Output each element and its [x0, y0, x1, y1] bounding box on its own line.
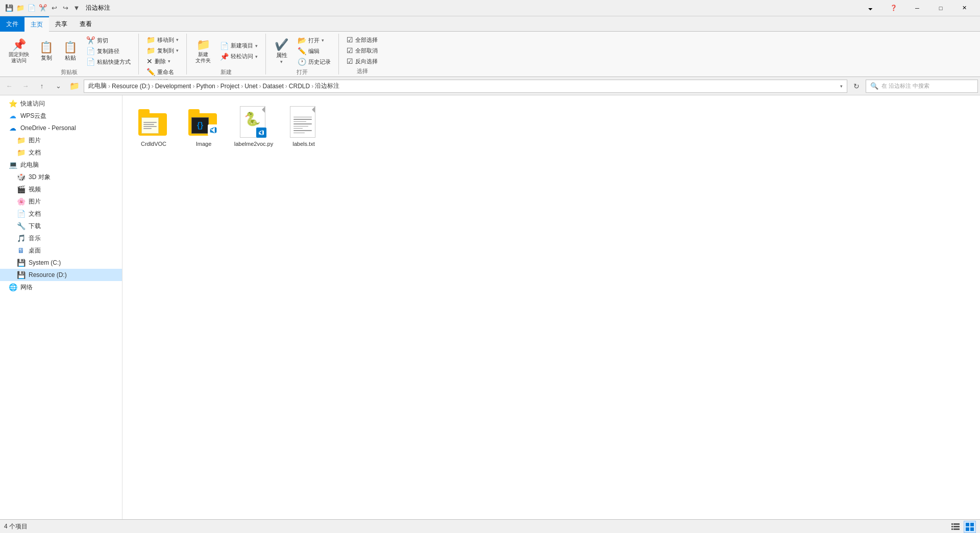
qat-icon3[interactable]: ✂️ [38, 3, 48, 13]
maximize-btn[interactable]: □ [929, 0, 952, 16]
edit-btn[interactable]: ✏️ 编辑 [294, 46, 334, 56]
delete-btn[interactable]: ✕ 删除 ▾ [143, 56, 182, 66]
help-btn[interactable]: ❓ [882, 0, 905, 16]
sidebar-item-resource-d[interactable]: 💾 Resource (D:) [0, 269, 122, 281]
easy-access-btn[interactable]: 📌 轻松访问 ▾ [216, 52, 261, 62]
tab-file[interactable]: 文件 [0, 16, 24, 32]
qat-icon2[interactable]: 📄 [27, 3, 37, 13]
new-label: 新建 [191, 68, 261, 77]
copy-to-btn[interactable]: 📁 复制到 ▾ [143, 45, 182, 56]
close-btn[interactable]: ✕ [952, 0, 976, 16]
paste-label: 粘贴 [65, 54, 76, 62]
rename-label: 重命名 [157, 68, 174, 76]
window-controls: 🞃 ❓ ─ □ ✕ [859, 0, 976, 16]
labels-name: labels.txt [292, 141, 314, 147]
grid-view-btn[interactable] [964, 521, 976, 533]
sidebar-label-pictures: 图片 [29, 197, 41, 206]
file-item-labels[interactable]: labels.txt [281, 104, 327, 149]
sidebar-item-this-pc[interactable]: 💻 此电脑 [0, 159, 122, 171]
qat-undo[interactable]: ↩ [49, 3, 59, 13]
paste-btn[interactable]: 📋 粘贴 [59, 35, 82, 67]
search-box[interactable]: 🔍 在 沿边标注 中搜索 [866, 80, 978, 93]
ribbon: 文件 主页 共享 查看 📌 固定到快速访问 📋 复制 📋 粘贴 [0, 16, 980, 77]
copy-btn[interactable]: 📋 复制 [35, 35, 58, 67]
file-item-crdldvoc[interactable]: CrdldVOC [131, 104, 177, 149]
sidebar-item-wps[interactable]: ☁ WPS云盘 [0, 110, 122, 122]
tab-view[interactable]: 查看 [74, 16, 98, 32]
sidebar-item-documents[interactable]: 📄 文档 [0, 208, 122, 220]
address-path[interactable]: 此电脑 › Resource (D:) › Development › Pyth… [84, 80, 847, 93]
rename-btn[interactable]: ✏️ 重命名 [143, 67, 182, 77]
sidebar-item-3d[interactable]: 🎲 3D 对象 [0, 171, 122, 183]
qat-icon1[interactable]: 📁 [15, 3, 26, 13]
file-item-labelme2voc[interactable]: 🐍 labelme2voc.py [231, 104, 277, 149]
qat-dropdown[interactable]: ▼ [71, 3, 82, 13]
sidebar-item-videos[interactable]: 🎬 视频 [0, 183, 122, 195]
open-col: 📂 打开 ▾ ✏️ 编辑 🕐 历史记录 [294, 35, 334, 67]
move-to-btn[interactable]: 📁 移动到 ▾ [143, 35, 182, 45]
window-title: 沿边标注 [86, 4, 859, 12]
deselect-all-label: 全部取消 [355, 47, 378, 55]
pin-icon: 📌 [12, 38, 26, 52]
select-all-label: 全部选择 [355, 36, 378, 44]
sidebar-item-network[interactable]: 🌐 网络 [0, 281, 122, 293]
new-item-btn[interactable]: 📄 新建项目 ▾ [216, 41, 261, 51]
minimize-btn[interactable]: ─ [905, 0, 929, 16]
copy-to-label: 复制到 [157, 47, 174, 55]
down-btn[interactable]: ⌄ [51, 79, 65, 93]
select-label: 选择 [343, 67, 381, 76]
path-seg-8: 沿边标注 [315, 82, 339, 90]
deselect-all-btn[interactable]: ☑ 全部取消 [343, 45, 381, 56]
pictures-icon: 🌸 [16, 197, 26, 206]
open-btn[interactable]: 📂 打开 ▾ [294, 35, 334, 45]
sidebar-item-pictures[interactable]: 🌸 图片 [0, 195, 122, 208]
refresh-btn[interactable]: ↻ [849, 79, 864, 93]
path-seg-2: Development [155, 83, 191, 90]
main-area: ⭐ 快速访问 ☁ WPS云盘 ☁ OneDrive - Personal 📁 图… [0, 95, 980, 519]
sidebar-item-music[interactable]: 🎵 音乐 [0, 232, 122, 244]
clipboard-col: ✂️ 剪切 📄 复制路径 📄 粘贴快捷方式 [83, 35, 134, 67]
up-btn[interactable]: ↑ [35, 79, 49, 93]
tab-share[interactable]: 共享 [49, 16, 74, 32]
paste-shortcut-btn[interactable]: 📄 粘贴快捷方式 [83, 57, 134, 67]
sidebar-item-downloads[interactable]: 🔧 下载 [0, 220, 122, 232]
properties-btn[interactable]: ✔️ 属性 ▾ [270, 35, 293, 67]
sidebar-label-music: 音乐 [29, 234, 41, 243]
pin-label: 固定到快速访问 [9, 52, 29, 64]
collapse-btn[interactable]: 🞃 [859, 0, 882, 16]
qat-redo[interactable]: ↪ [60, 3, 70, 13]
select-all-btn[interactable]: ☑ 全部选择 [343, 35, 381, 45]
move-to-icon: 📁 [146, 36, 155, 44]
history-label: 历史记录 [308, 58, 331, 66]
quick-access-toolbar: 💾 📁 📄 ✂️ ↩ ↪ ▼ [4, 3, 82, 13]
cut-icon: ✂️ [86, 36, 95, 44]
open-items: ✔️ 属性 ▾ 📂 打开 ▾ ✏️ 编辑 🕐 [270, 35, 334, 67]
svg-rect-1 [953, 523, 960, 525]
sidebar-item-onedrive[interactable]: ☁ OneDrive - Personal [0, 122, 122, 134]
sidebar-label-videos: 视频 [29, 185, 41, 194]
history-btn[interactable]: 🕐 历史记录 [294, 57, 334, 67]
path-seg-4: Project [220, 83, 239, 90]
sidebar-item-pictures-sub[interactable]: 📁 图片 [0, 134, 122, 146]
forward-btn[interactable]: → [18, 79, 33, 93]
sidebar-item-system-c[interactable]: 💾 System (C:) [0, 257, 122, 269]
list-view-btn[interactable] [949, 521, 962, 533]
pin-btn[interactable]: 📌 固定到快速访问 [4, 35, 34, 67]
copy-path-btn[interactable]: 📄 复制路径 [83, 46, 134, 56]
sidebar-item-documents-sub[interactable]: 📁 文档 [0, 146, 122, 159]
sidebar-item-desktop[interactable]: 🖥 桌面 [0, 244, 122, 257]
tab-home[interactable]: 主页 [24, 16, 49, 32]
ribbon-content: 📌 固定到快速访问 📋 复制 📋 粘贴 ✂️ 剪切 [0, 32, 980, 77]
paste-shortcut-icon: 📄 [86, 58, 95, 66]
paste-icon: 📋 [63, 41, 77, 54]
invert-select-label: 反向选择 [355, 58, 378, 65]
cut-btn[interactable]: ✂️ 剪切 [83, 35, 134, 45]
labels-icon [287, 106, 320, 139]
file-item-image[interactable]: {} Image [181, 104, 227, 149]
onedrive-icon: ☁ [8, 124, 17, 132]
new-folder-btn[interactable]: 📁 新建文件夹 [191, 35, 215, 67]
invert-select-btn[interactable]: ☑ 反向选择 [343, 56, 381, 66]
sidebar-item-quick-access[interactable]: ⭐ 快速访问 [0, 97, 122, 110]
back-btn[interactable]: ← [2, 79, 16, 93]
qat-save[interactable]: 💾 [4, 3, 14, 13]
